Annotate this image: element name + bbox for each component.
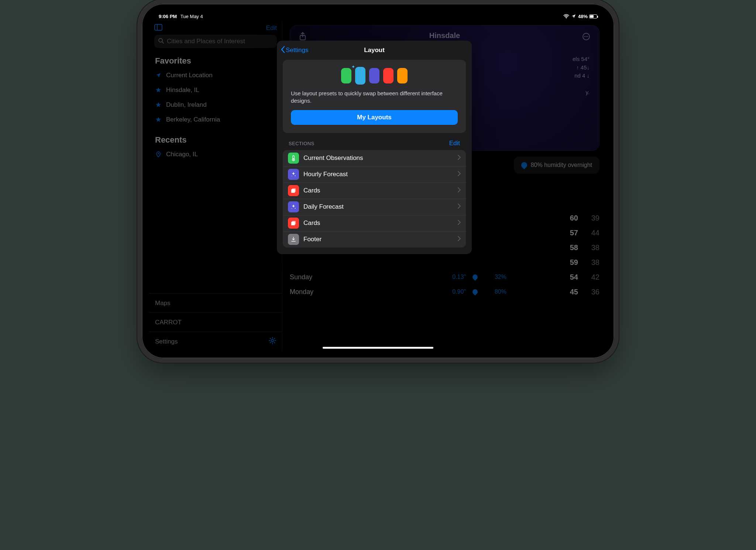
svg-rect-1 (155, 24, 162, 30)
daily-row: Sunday 0.13" 32% 54 42 (290, 270, 599, 284)
sidebar-item-label: Berkeley, California (166, 116, 220, 123)
chevron-right-icon (458, 204, 461, 210)
chevron-left-icon (281, 46, 285, 55)
section-row[interactable]: Hourly Forecast (283, 166, 466, 182)
sidebar-item-label: Chicago, IL (166, 151, 198, 158)
cards-icon (288, 218, 299, 229)
section-label: Daily Forecast (303, 203, 453, 211)
spark-icon: ✦ (351, 64, 355, 69)
droplet-icon (471, 288, 479, 296)
svg-point-14 (293, 159, 294, 160)
preset-swatches: ✦ (291, 68, 458, 85)
sidebar-item-label: Hinsdale, IL (166, 86, 199, 94)
humidity-pill: 80% humidity overnight (514, 157, 599, 174)
svg-point-19 (295, 208, 295, 209)
chevron-right-icon (458, 155, 461, 161)
status-date: Tue May 4 (181, 14, 203, 19)
location-arrow-icon (571, 14, 576, 18)
preset-swatch[interactable] (397, 68, 408, 83)
sidebar-bottom-label: Maps (155, 300, 171, 307)
sidebar-item-favorite[interactable]: Current Location (154, 68, 277, 83)
sidebar-bottom-item[interactable]: Settings (149, 332, 282, 351)
section-row[interactable]: Cards (283, 182, 466, 199)
star-icon (155, 116, 162, 123)
svg-rect-18 (292, 188, 296, 192)
search-placeholder: Cities and Places of Interest (167, 38, 245, 45)
section-label: Cards (303, 187, 453, 194)
gear-icon (269, 337, 276, 346)
star-icon (155, 102, 162, 108)
section-row[interactable]: Current Observations (283, 150, 466, 166)
sidebar-item-favorite[interactable]: Berkeley, California (154, 112, 277, 127)
modal-title: Layout (364, 47, 385, 54)
hero-stats: els 54°↑ 45↓nd 4 ↓ y. (573, 55, 590, 97)
section-label: Current Observations (303, 154, 453, 162)
battery-indicator: 48% (578, 14, 597, 19)
back-button[interactable]: Settings (281, 41, 308, 60)
chevron-right-icon (458, 171, 461, 178)
location-icon (155, 72, 162, 79)
sidebar-item-favorite[interactable]: Hinsdale, IL (154, 83, 277, 98)
sidebar-item-label: Dublin, Ireland (166, 101, 207, 109)
preset-swatch[interactable] (369, 68, 379, 83)
therm-icon (288, 153, 299, 164)
wifi-icon (563, 14, 569, 18)
section-label: Footer (303, 236, 453, 243)
cards-icon (288, 185, 299, 196)
sidebar-item-recent[interactable]: Chicago, IL (154, 147, 277, 162)
sidebar-toggle-icon[interactable] (154, 24, 162, 32)
pin-icon (155, 151, 162, 158)
sidebar-item-favorite[interactable]: Dublin, Ireland (154, 98, 277, 112)
modal-nav: Settings Layout (277, 41, 472, 60)
home-indicator[interactable] (323, 347, 433, 349)
favorites-heading: Favorites (155, 56, 276, 66)
droplet-icon (520, 161, 528, 170)
chevron-right-icon (458, 187, 461, 194)
sidebar-bottom-item[interactable]: Maps (149, 293, 282, 312)
svg-line-4 (162, 42, 164, 43)
sidebar-bottom-label: CARROT (155, 319, 182, 326)
humidity-text: 80% humidity overnight (531, 162, 592, 168)
sidebar-bottom-item[interactable]: CARROT (149, 312, 282, 332)
preset-swatch[interactable] (341, 68, 351, 83)
search-input[interactable]: Cities and Places of Interest (154, 35, 277, 48)
svg-point-6 (271, 339, 274, 342)
svg-point-0 (566, 17, 567, 18)
sidebar: Edit Cities and Places of Interest Favor… (149, 21, 282, 351)
svg-point-20 (292, 208, 292, 209)
preset-card: ✦ Use layout presets to quickly swap bet… (283, 60, 466, 133)
preset-description: Use layout presets to quickly swap betwe… (291, 90, 458, 105)
sections-heading: SECTIONS (289, 141, 315, 146)
svg-point-16 (292, 176, 292, 177)
section-label: Cards (303, 219, 453, 227)
svg-point-15 (295, 175, 295, 176)
star-icon (155, 87, 162, 93)
daily-row: Monday 0.90" 80% 45 36 (290, 284, 599, 299)
location-title: Hinsdale (290, 31, 599, 40)
sparkle-icon (288, 169, 299, 180)
status-bar: 9:06 PM Tue May 4 48% (149, 11, 607, 20)
preset-swatch[interactable] (383, 68, 394, 83)
section-row[interactable]: Footer (283, 231, 466, 247)
sidebar-edit-button[interactable]: Edit (266, 24, 277, 32)
sparkle-icon (288, 201, 299, 212)
layout-settings-modal: Settings Layout ✦ Use layout presets to … (277, 41, 472, 254)
svg-point-5 (158, 153, 159, 154)
section-row[interactable]: Daily Forecast (283, 199, 466, 215)
droplet-icon (471, 273, 479, 281)
battery-pct: 48% (578, 14, 588, 19)
status-time: 9:06 PM (159, 14, 177, 19)
download-icon (288, 234, 299, 245)
recents-heading: Recents (155, 135, 276, 145)
sidebar-bottom-label: Settings (155, 338, 178, 345)
svg-rect-22 (292, 221, 296, 225)
preset-swatch[interactable] (355, 67, 365, 85)
sidebar-item-label: Current Location (166, 72, 213, 79)
chevron-right-icon (458, 220, 461, 226)
sections-edit-button[interactable]: Edit (449, 140, 460, 147)
section-label: Hourly Forecast (303, 171, 453, 178)
my-layouts-button[interactable]: My Layouts (291, 110, 458, 125)
chevron-right-icon (458, 236, 461, 243)
daily-row: 59 38 (290, 255, 599, 270)
section-row[interactable]: Cards (283, 215, 466, 231)
